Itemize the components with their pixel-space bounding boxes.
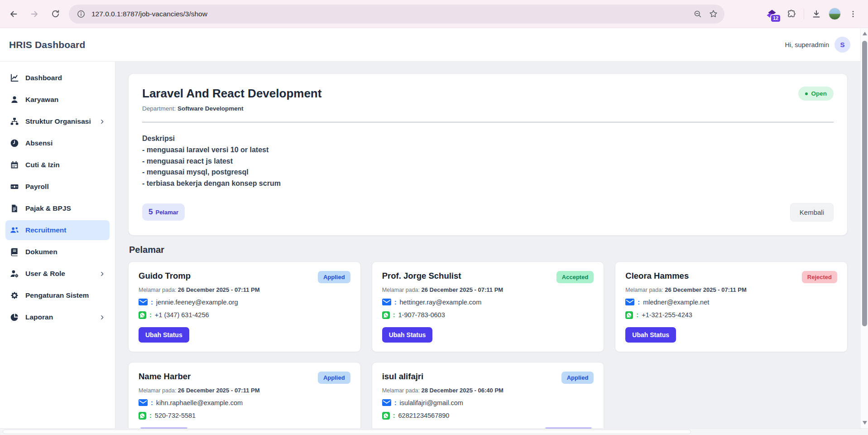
applicant-email: hettinger.ray@example.com xyxy=(400,299,482,306)
extension-icon[interactable]: 12 xyxy=(764,6,779,22)
sidebar-item-dokumen[interactable]: Dokumen xyxy=(5,242,110,262)
applicant-phone: 520-732-5581 xyxy=(155,412,196,419)
job-status-text: Open xyxy=(811,90,827,97)
sidebar-item-label: Pengaturan Sistem xyxy=(25,291,89,300)
email-icon xyxy=(382,399,391,406)
applicant-email-row: : mledner@example.net xyxy=(625,299,837,306)
whatsapp-icon xyxy=(139,412,146,420)
sidebar-item-label: Laporan xyxy=(25,313,53,321)
applicant-phone-row: : 520-732-5581 xyxy=(139,412,350,420)
browser-profile-avatar[interactable] xyxy=(829,8,841,20)
chevron-right-icon xyxy=(99,314,105,320)
vertical-scrollbar-thumb[interactable] xyxy=(862,41,867,326)
applicant-email-row: : jennie.feeney@example.org xyxy=(139,299,350,306)
email-icon xyxy=(139,299,148,305)
description-line: - menguasai mysql, postgresql xyxy=(142,167,834,178)
sidebar-item-label: Absensi xyxy=(25,139,53,147)
applicant-email: isulalifajri@gmail.com xyxy=(400,399,463,406)
change-status-button[interactable]: Ubah Status xyxy=(139,327,189,343)
applicant-name: isul alifajri xyxy=(382,372,424,382)
applicant-phone: 62821234567890 xyxy=(398,412,450,419)
file-invoice-icon xyxy=(10,204,19,213)
whatsapp-icon xyxy=(382,412,390,420)
forward-icon[interactable] xyxy=(25,5,43,23)
description-line: - menguasai react js latest xyxy=(142,156,834,167)
sidebar-item-label: Dokumen xyxy=(25,248,58,256)
back-icon[interactable] xyxy=(5,5,23,23)
description-line: - terbiasa bekerja dengan konsep scrum xyxy=(142,178,834,189)
browser-menu-icon[interactable] xyxy=(845,6,861,22)
sidebar-item-pajak-bpjs[interactable]: Pajak & BPJS xyxy=(5,198,110,218)
description-line: - menguasai laravel versi 10 or latest xyxy=(142,145,834,156)
applied-date: Melamar pada: 26 December 2025 - 07:11 P… xyxy=(382,286,594,293)
applicant-email-row: : isulalifajri@gmail.com xyxy=(382,399,594,406)
zoom-out-icon[interactable] xyxy=(690,6,705,22)
sidebar-item-karyawan[interactable]: Karyawan xyxy=(5,90,110,110)
sidebar-nav: Dashboard Karyawan Struktur Organisasi A… xyxy=(0,68,115,327)
sidebar-item-dashboard[interactable]: Dashboard xyxy=(5,68,110,88)
user-icon xyxy=(10,95,19,104)
whatsapp-icon xyxy=(139,311,146,319)
change-status-button[interactable]: Ubah Status xyxy=(382,327,433,343)
sidebar-item-absensi[interactable]: Absensi xyxy=(5,133,110,153)
applicant-name: Cleora Hammes xyxy=(625,271,689,281)
sidebar-item-laporan[interactable]: Laporan xyxy=(5,307,110,327)
applicants-section-title: Pelamar xyxy=(129,245,847,255)
job-vacancy-card: Laravel And React Development Department… xyxy=(128,73,848,236)
scroll-down-arrow-icon[interactable] xyxy=(863,421,867,425)
applicant-status-badge: Applied xyxy=(318,372,350,384)
sidebar-item-label: Recruitment xyxy=(25,226,66,234)
job-department: Department: Software Development xyxy=(142,105,321,112)
applied-date: Melamar pada: 26 December 2025 - 07:11 P… xyxy=(139,286,350,293)
reload-icon[interactable] xyxy=(46,5,64,23)
description-lines: - menguasai laravel versi 10 or latest- … xyxy=(142,145,834,189)
bookmark-star-icon[interactable] xyxy=(705,6,721,22)
horizontal-scrollbar[interactable] xyxy=(0,428,868,435)
applicant-count-badge: 5 Pelamar xyxy=(142,203,185,221)
browser-toolbar: 127.0.0.1:8787/job-vacancies/3/show 12 xyxy=(0,0,868,28)
job-title: Laravel And React Development xyxy=(142,87,321,101)
sitemap-icon xyxy=(10,117,19,126)
user-greeting: Hi, superadmin xyxy=(785,41,829,48)
applicant-name: Name Harber xyxy=(139,372,191,382)
vertical-scrollbar[interactable] xyxy=(860,28,868,428)
url-text[interactable]: 127.0.0.1:8787/job-vacancies/3/show xyxy=(91,10,207,18)
clock-icon xyxy=(10,139,19,148)
sidebar-item-user-role[interactable]: User & Role xyxy=(5,264,110,284)
sidebar-item-label: Pajak & BPJS xyxy=(25,204,71,213)
divider xyxy=(142,122,834,122)
applicant-status-badge: Accepted xyxy=(556,271,594,283)
chart-line-icon xyxy=(10,73,19,82)
user-gear-icon xyxy=(10,269,19,278)
horizontal-scrollbar-thumb[interactable] xyxy=(3,430,691,434)
back-button[interactable]: Kembali xyxy=(790,203,834,222)
extensions-puzzle-icon[interactable] xyxy=(784,6,799,22)
applicant-email: jennie.feeney@example.org xyxy=(156,299,238,306)
job-description: Deskripsi - menguasai laravel versi 10 o… xyxy=(142,133,834,189)
applicant-card: Name Harber Applied Melamar pada: 26 Dec… xyxy=(128,362,361,428)
site-info-icon[interactable] xyxy=(73,6,89,22)
sidebar-item-payroll[interactable]: Payroll xyxy=(5,177,110,197)
user-avatar[interactable]: S xyxy=(834,37,850,53)
sidebar-item-struktur-organisasi[interactable]: Struktur Organisasi xyxy=(5,111,110,131)
sidebar-item-cuti-izin[interactable]: Cuti & Izin xyxy=(5,155,110,175)
sidebar-item-label: Dashboard xyxy=(25,74,62,82)
applicant-phone-row: : 62821234567890 xyxy=(382,412,594,420)
scroll-up-arrow-icon[interactable] xyxy=(863,32,867,35)
applicant-status-badge: Applied xyxy=(318,271,350,283)
extension-badge: 12 xyxy=(770,14,781,23)
applied-date: Melamar pada: 28 December 2025 - 06:40 P… xyxy=(382,387,594,394)
applicant-card: Cleora Hammes Rejected Melamar pada: 26 … xyxy=(615,261,848,352)
address-bar[interactable]: 127.0.0.1:8787/job-vacancies/3/show xyxy=(69,5,724,24)
applicant-name: Guido Tromp xyxy=(139,271,191,281)
sidebar-item-pengaturan-sistem[interactable]: Pengaturan Sistem xyxy=(5,285,110,305)
applicant-status-badge: Rejected xyxy=(802,271,837,283)
job-status-badge: Open xyxy=(798,87,834,101)
sidebar-item-label: User & Role xyxy=(25,270,65,278)
whatsapp-icon xyxy=(625,311,633,319)
downloads-icon[interactable] xyxy=(809,6,824,22)
gear-icon xyxy=(10,291,19,300)
sidebar-item-recruitment[interactable]: Recruitment xyxy=(5,220,110,240)
change-status-button[interactable]: Ubah Status xyxy=(625,327,676,343)
sidebar: Dashboard Karyawan Struktur Organisasi A… xyxy=(0,62,115,428)
